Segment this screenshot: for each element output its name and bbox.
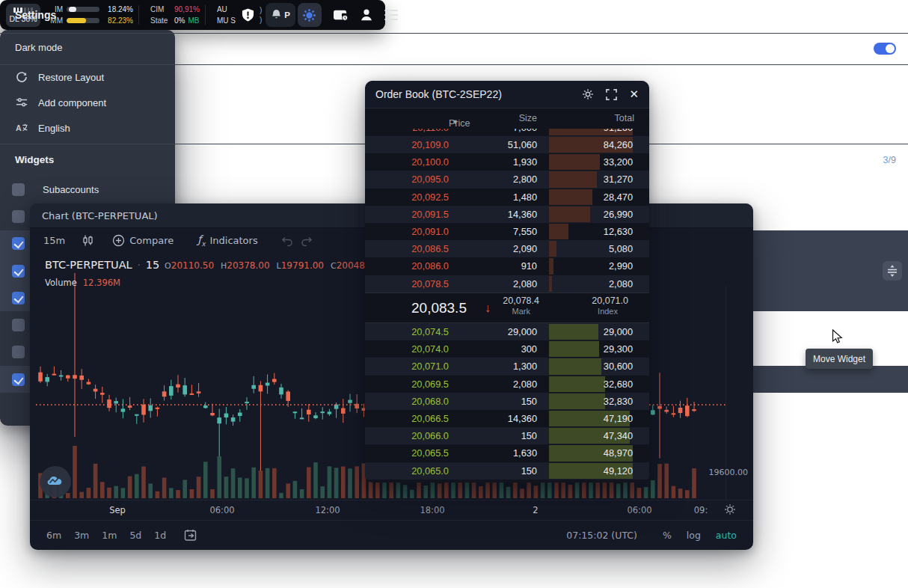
account-topbar: DL 36% IM 18.24% MM 82.23% CIM 90,91% St…	[0, 0, 385, 30]
price-cell[interactable]: 20,066.0	[380, 430, 449, 441]
time-axis-label: Sep	[109, 505, 126, 515]
size-cell: 910	[455, 260, 537, 272]
price-cell[interactable]: 20,100.0	[380, 156, 449, 168]
im-value: 18.24%	[103, 5, 133, 13]
time-axis-label: 09:	[694, 505, 708, 515]
notifications-button[interactable]: P	[266, 3, 295, 27]
checkbox[interactable]	[12, 373, 25, 386]
size-cell: 150	[455, 465, 537, 477]
notifications-badge: P	[284, 10, 290, 19]
im-progressbar	[67, 7, 99, 12]
range-button-1m[interactable]: 1m	[102, 530, 117, 541]
price-cell[interactable]: 20,092.5	[380, 192, 449, 203]
mark-price-block: 20,078.4 Mark	[455, 295, 539, 316]
orderbook-ask-row[interactable]: 20,110.07,00091,260	[365, 129, 649, 136]
orderbook-settings-button[interactable]	[582, 88, 594, 100]
price-cell[interactable]: 20,066.5	[380, 413, 449, 424]
orderbook-bid-row[interactable]: 20,066.015047,340	[365, 427, 649, 444]
orderbook-ask-row[interactable]: 20,086.52,0905,080	[365, 240, 649, 257]
orderbook-column-headers: Price▼ Size Total	[365, 108, 649, 129]
log-scale-button[interactable]: log	[687, 530, 701, 541]
price-cell[interactable]: 20,065.5	[380, 447, 449, 459]
price-axis-label: 19600.00	[688, 468, 748, 477]
time-axis-label: 06:00	[209, 505, 234, 515]
total-cell: 2,990	[545, 260, 633, 272]
menu-item-label: Restore Layout	[38, 72, 104, 83]
legend-ohlc-values: O20110.50H20378.00L19791.00C20048.50	[165, 260, 379, 271]
range-button-3m[interactable]: 3m	[74, 530, 89, 541]
price-cell[interactable]: 20,065.0	[380, 465, 449, 477]
orderbook-bid-row[interactable]: 20,074.030029,300	[365, 340, 649, 358]
menu-item-label: Add component	[38, 97, 106, 108]
price-cell[interactable]: 20,074.0	[380, 343, 449, 355]
orderbook-bid-row[interactable]: 20,068.015032,830	[365, 393, 649, 410]
orderbook-bid-row[interactable]: 20,071.01,30030,600	[365, 358, 649, 375]
settings-button-active[interactable]	[298, 3, 322, 27]
price-cell[interactable]: 20,086.0	[380, 260, 449, 272]
gear-icon	[302, 8, 316, 22]
orderbook-ask-row[interactable]: 20,095.02,80031,270	[365, 171, 649, 188]
orderbook-bid-row[interactable]: 20,065.015049,120	[365, 462, 649, 480]
range-button-5d[interactable]: 5d	[129, 530, 141, 541]
orderbook-ask-row[interactable]: 20,109.051,06084,260	[365, 136, 649, 153]
orderbook-ask-row[interactable]: 20,078.52,0802,080	[365, 275, 649, 293]
dark-mode-toggle[interactable]	[874, 43, 896, 55]
mouse-cursor	[832, 329, 844, 349]
orderbook-close-button[interactable]: ✕	[629, 88, 639, 101]
checkbox[interactable]	[12, 265, 25, 278]
price-cell[interactable]: 20,091.5	[380, 209, 449, 220]
bell-icon	[271, 9, 282, 21]
orderbook-ask-row[interactable]: 20,086.09102,990	[365, 257, 649, 275]
menu-button[interactable]	[384, 10, 398, 20]
translate-icon: A	[15, 122, 28, 134]
goto-date-button[interactable]	[184, 529, 198, 542]
margin-meters: IM 18.24% MM 82.23%	[46, 5, 133, 25]
time-axis-label: 06:00	[627, 505, 651, 515]
risk-alert-button[interactable]	[238, 4, 259, 26]
orderbook-bid-row[interactable]: 20,074.529,00029,000	[365, 323, 649, 340]
checkbox[interactable]	[12, 319, 25, 331]
orderbook-bid-row[interactable]: 20,069.52,08032,680	[365, 376, 649, 393]
price-cell[interactable]: 20,068.0	[380, 396, 449, 407]
checkbox[interactable]	[12, 292, 25, 304]
time-axis[interactable]: Sep06:0012:0018:00206:0009:	[30, 500, 753, 520]
range-button-1d[interactable]: 1d	[154, 530, 166, 541]
price-cell[interactable]: 20,069.5	[380, 379, 449, 390]
size-cell: 300	[455, 343, 537, 355]
price-cell[interactable]: 20,095.0	[380, 174, 449, 185]
range-button-6m[interactable]: 6m	[46, 530, 61, 541]
price-cell[interactable]: 20,110.0	[380, 129, 449, 133]
axis-settings-icon[interactable]	[724, 503, 736, 518]
price-cell[interactable]: 20,078.5	[380, 278, 449, 290]
orderbook-fullscreen-button[interactable]	[606, 89, 617, 100]
move-widget-tooltip: Move Widget	[806, 349, 873, 369]
legend-o: O20110.50	[165, 260, 214, 271]
orderbook-ask-row[interactable]: 20,091.514,36026,990	[365, 206, 649, 223]
price-cell[interactable]: 20,091.0	[380, 226, 449, 237]
move-widget-handle[interactable]	[883, 261, 902, 281]
checkbox[interactable]	[12, 346, 25, 358]
orderbook-ask-row[interactable]: 20,091.07,55012,630	[365, 223, 649, 240]
price-cell[interactable]: 20,074.5	[380, 326, 449, 337]
orderbook-bid-row[interactable]: 20,066.514,36047,190	[365, 410, 649, 427]
checkbox[interactable]	[12, 183, 25, 196]
orderbook-bid-row[interactable]: 20,065.51,63048,970	[365, 444, 649, 462]
price-cell[interactable]: 20,071.0	[380, 361, 449, 372]
price-cell[interactable]: 20,109.0	[380, 139, 449, 150]
settings-title: Settings	[15, 9, 56, 21]
shield-alert-icon	[242, 8, 254, 22]
percent-scale-button[interactable]: %	[663, 530, 672, 541]
profile-button[interactable]	[360, 8, 373, 22]
wallet-button[interactable]	[333, 8, 349, 22]
total-cell: 47,340	[545, 430, 633, 441]
checkbox[interactable]	[12, 237, 25, 250]
orderbook-ask-row[interactable]: 20,092.51,48028,470	[365, 189, 649, 206]
auto-scale-button[interactable]: auto	[716, 530, 737, 541]
size-cell: 14,360	[455, 209, 537, 220]
price-cell[interactable]: 20,086.5	[380, 243, 449, 254]
orderbook-ask-row[interactable]: 20,100.01,93033,200	[365, 153, 649, 171]
orderbook-titlebar[interactable]: Order Book (BTC-2SEP22) ✕	[365, 81, 649, 108]
session-clock[interactable]: 07:15:02 (UTC)	[566, 530, 637, 541]
checkbox[interactable]	[12, 210, 25, 223]
chart-footer: 6m3m1m5d1d 07:15:02 (UTC) % log auto	[30, 521, 753, 550]
